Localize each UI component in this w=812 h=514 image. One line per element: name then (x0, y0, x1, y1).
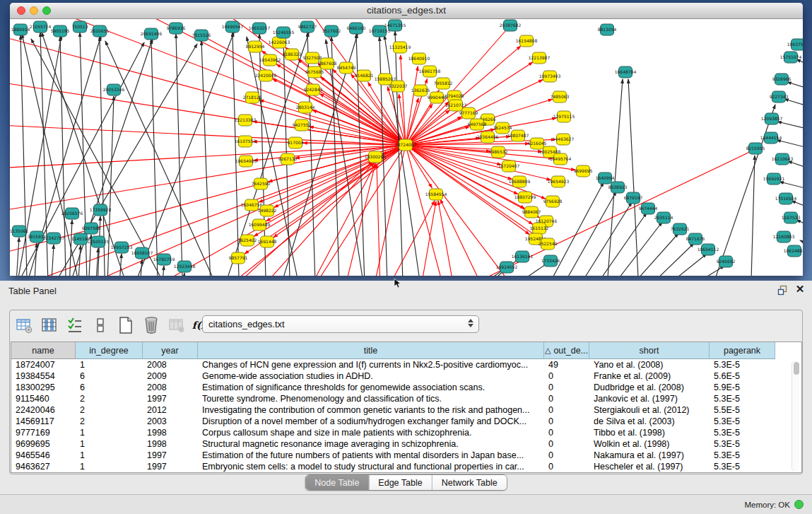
red-edge (10, 28, 406, 145)
table-mode-icon[interactable] (14, 316, 33, 335)
graph-node-label: 1691448 (258, 239, 277, 244)
float-panel-icon[interactable] (777, 285, 788, 296)
graph-node-label: 12444154 (760, 135, 782, 140)
table-vertical-scrollbar[interactable] (792, 361, 799, 472)
citation-network-graph[interactable]: 1872400789129541422606316543962818632393… (10, 19, 803, 276)
red-edge (319, 94, 406, 145)
graph-node-label: 2718126 (243, 95, 262, 100)
graph-node-label: 16720407 (498, 163, 520, 168)
graph-node-label: 6466160 (347, 25, 366, 30)
column-header-out_degree[interactable]: △out_de... (544, 342, 589, 359)
table-row[interactable]: 946554611997Estimation of the future num… (11, 450, 801, 461)
graph-node-label: 6794028 (445, 93, 464, 98)
black-edge (777, 140, 803, 151)
table-cell-title: Disruption of a novel member of a sodium… (198, 416, 544, 427)
black-edge (598, 222, 662, 276)
graph-node-label: 12342757 (43, 235, 65, 240)
black-edge (642, 254, 707, 276)
table-cell-in_degree: 2 (76, 393, 143, 404)
table-cell-out_degree: 0 (544, 393, 589, 404)
tab-network-table[interactable]: Network Table (433, 475, 507, 490)
graph-node-label: 15751074 (780, 54, 802, 59)
graph-node-label: 7986532 (489, 149, 508, 154)
black-edge (552, 192, 616, 276)
column-header-year[interactable]: year (143, 342, 198, 359)
table-row[interactable]: 2242004622012Investigating the contribut… (11, 404, 801, 416)
table-cell-short: Jankovic et al. (1997) (589, 393, 710, 404)
black-edge (792, 201, 803, 211)
black-edge (788, 161, 803, 172)
black-edge (95, 248, 98, 276)
table-cell-in_degree: 1 (76, 359, 143, 370)
table-cell-year: 1998 (143, 427, 198, 438)
table-cell-title: Changes of HCN gene expression and I(f) … (198, 359, 544, 370)
table-cell-in_degree: 6 (76, 370, 143, 382)
memory-status-icon[interactable] (794, 500, 804, 509)
table-cell-year: 2009 (143, 370, 198, 382)
row-options-icon[interactable] (90, 316, 110, 335)
column-header-in_degree[interactable]: in_degree (76, 342, 143, 359)
graph-node-label: 12923448 (174, 264, 196, 269)
graph-node-label: 1733426 (541, 258, 560, 263)
graph-node-label: 9427552 (293, 122, 312, 127)
column-header-short[interactable]: short (589, 342, 710, 359)
graph-node-label: 5905195 (51, 28, 70, 33)
tab-node-table[interactable]: Node Table (305, 475, 369, 490)
graph-node-label: 9329966 (772, 76, 792, 81)
table-row[interactable]: 1872400712008Changes of HCN gene express… (11, 359, 801, 370)
graph-node-label: 16958107 (131, 250, 153, 255)
table-cell-out_degree: 0 (544, 461, 589, 472)
graph-node-label: 18724007 (395, 142, 417, 147)
table-cell-name: 9699695 (11, 438, 76, 450)
table-cell-title: Tourette syndrome. Phenomenology and cla… (198, 393, 544, 404)
select-columns-icon[interactable] (65, 316, 84, 335)
show-columns-icon[interactable] (40, 316, 59, 335)
column-header-label: pagerank (724, 346, 760, 356)
delete-table-icon[interactable] (167, 316, 186, 335)
graph-node-label: 16099489 (249, 222, 271, 227)
red-edge (440, 199, 494, 276)
column-header-pagerank[interactable]: pagerank (710, 342, 775, 359)
red-edge (416, 201, 436, 276)
graph-node-label: 9245652 (717, 259, 736, 264)
graph-node-label: 750513 (72, 24, 88, 29)
window-titlebar[interactable]: citations_edges.txt (10, 3, 803, 19)
column-header-name[interactable]: name (11, 342, 76, 359)
table-cell-pagerank: 5.3E-5 (710, 359, 775, 370)
graph-node-label: 9322037 (389, 83, 408, 88)
graph-node-label: 12260883 (773, 234, 795, 239)
table-row[interactable]: 911546021997Tourette syndrome. Phenomeno… (11, 393, 801, 404)
table-row[interactable]: 969969511998Structural magnetic resonanc… (11, 438, 801, 450)
table-row[interactable]: 1830029562008Estimation of significance … (11, 382, 801, 393)
graph-node-label: 1615132 (530, 226, 549, 230)
column-header-title[interactable]: title (198, 342, 544, 359)
table-cell-name: 18300295 (11, 382, 76, 393)
graph-node-label: 8813054 (598, 27, 617, 32)
graph-node-label: 18495764 (550, 156, 572, 161)
table-panel-content: f(x) citations_edges.txt namein_degreeye… (9, 310, 803, 474)
graph-node-label: 16046756 (241, 202, 263, 207)
graph-node-label: 9242843 (304, 87, 323, 92)
graph-node-label: 8912954 (246, 44, 265, 49)
node-attribute-table: namein_degreeyeartitle△out_de...shortpag… (11, 341, 802, 473)
table-cell-pagerank: 5.6E-5 (710, 370, 775, 382)
table-row[interactable]: 946362711997Embryonic stem cells: a mode… (11, 461, 801, 472)
table-row[interactable]: 977716911998Corpus callosum shape and si… (11, 427, 801, 438)
table-cell-out_degree: 0 (544, 450, 589, 461)
graph-node-label: 7642590 (252, 181, 271, 186)
graph-node-label: 3624574 (493, 125, 512, 130)
network-canvas[interactable]: 1872400789129541422606316543962818632393… (10, 19, 803, 276)
table-row[interactable]: 1456911722003Disruption of a novel membe… (11, 416, 801, 427)
scrollbar-thumb[interactable] (794, 362, 799, 375)
close-panel-icon[interactable]: ✕ (794, 284, 806, 295)
delete-column-icon[interactable] (141, 316, 160, 335)
table-row[interactable]: 1938455462009Genome-wide association stu… (11, 370, 801, 382)
tab-edge-table[interactable]: Edge Table (369, 475, 432, 490)
graph-node-label: 16154808 (516, 38, 538, 43)
table-cell-year: 1998 (143, 438, 198, 450)
graph-node-label: 12505135 (88, 239, 110, 244)
table-panel: Table Panel ✕ (0, 281, 812, 514)
column-header-label: short (640, 346, 659, 356)
table-selector-dropdown[interactable]: citations_edges.txt (202, 315, 479, 333)
new-column-icon[interactable] (116, 316, 135, 335)
